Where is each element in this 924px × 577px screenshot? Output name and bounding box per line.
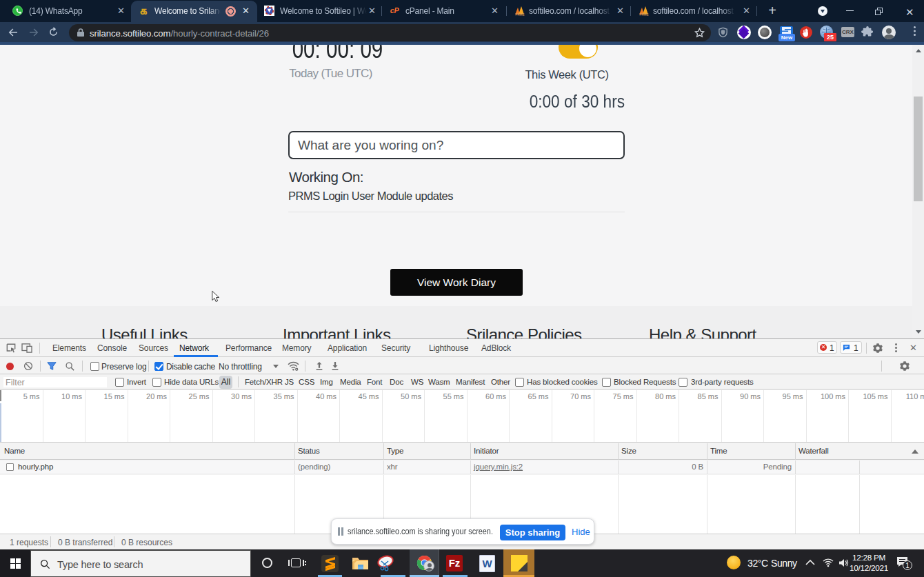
svg-text:PRMS: PRMS (639, 13, 648, 17)
svg-text:cP: cP (390, 6, 400, 14)
svg-text:PRMS: PRMS (515, 13, 524, 17)
